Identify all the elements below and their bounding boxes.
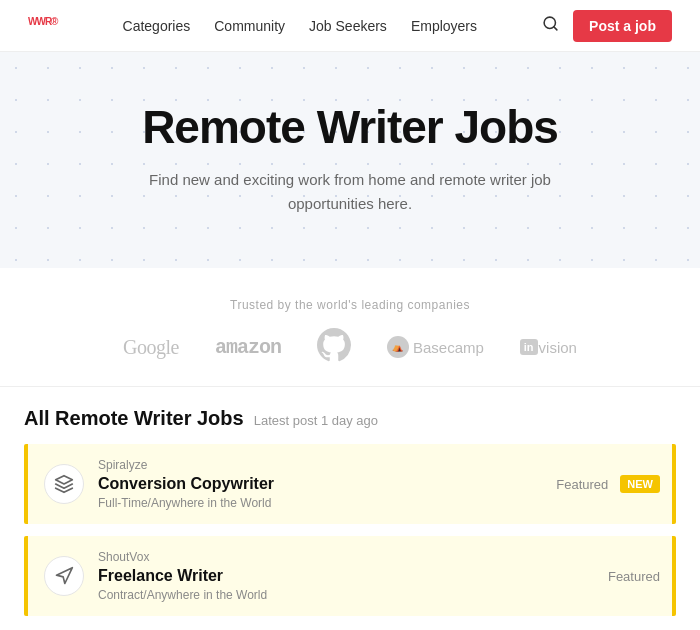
job-card[interactable]: ShoutVox Freelance Writer Contract/Anywh… [24,536,676,616]
job-company: ShoutVox [98,550,267,564]
post-job-button[interactable]: Post a job [573,10,672,42]
search-icon[interactable] [542,15,559,37]
hero-title: Remote Writer Jobs [20,100,680,154]
job-type: Contract/Anywhere in the World [98,588,267,602]
nav-job-seekers[interactable]: Job Seekers [309,18,387,34]
job-title: Conversion Copywriter [98,475,274,493]
job-info: ShoutVox Freelance Writer Contract/Anywh… [98,550,267,602]
basecamp-icon: ⛺ [387,336,409,358]
job-title: Freelance Writer [98,567,267,585]
trust-label: Trusted by the world's leading companies [20,298,680,312]
nav-right: Post a job [542,10,672,42]
trust-section: Trusted by the world's leading companies… [0,268,700,387]
navbar: WWR® Categories Community Job Seekers Em… [0,0,700,52]
card-border-right [672,444,676,524]
basecamp-text: Basecamp [413,339,484,356]
basecamp-logo: ⛺ Basecamp [387,336,484,358]
latest-post-label: Latest post 1 day ago [254,413,378,428]
google-logo: Google [123,336,179,359]
card-border-right [672,536,676,616]
featured-label: Featured [608,569,660,584]
hero-section: Remote Writer Jobs Find new and exciting… [0,52,700,268]
invision-logo: in vision [520,339,577,356]
job-card-left: Spiralyze Conversion Copywriter Full-Tim… [44,458,274,510]
hero-subtitle: Find new and exciting work from home and… [140,168,560,216]
nav-employers[interactable]: Employers [411,18,477,34]
nav-links: Categories Community Job Seekers Employe… [123,18,477,34]
jobs-section: All Remote Writer Jobs Latest post 1 day… [0,387,700,616]
nav-categories[interactable]: Categories [123,18,191,34]
site-logo[interactable]: WWR® [28,13,57,39]
job-card-right: Featured [608,569,660,584]
job-info: Spiralyze Conversion Copywriter Full-Tim… [98,458,274,510]
nav-community[interactable]: Community [214,18,285,34]
invision-text: vision [539,339,577,356]
job-card-right: Featured NEW [556,475,660,493]
svg-line-1 [554,26,557,29]
logo-text: WWR [28,15,51,26]
amazon-logo: amazon [215,336,281,359]
company-icon [44,556,84,596]
logo-sup: ® [51,15,57,26]
job-card[interactable]: Spiralyze Conversion Copywriter Full-Tim… [24,444,676,524]
new-badge: NEW [620,475,660,493]
featured-label: Featured [556,477,608,492]
jobs-header: All Remote Writer Jobs Latest post 1 day… [24,407,676,430]
trust-logos: Google amazon ⛺ Basecamp in vision [20,328,680,366]
invision-box: in [520,339,538,355]
company-icon [44,464,84,504]
jobs-heading: All Remote Writer Jobs [24,407,244,430]
github-logo [317,328,351,366]
job-type: Full-Time/Anywhere in the World [98,496,274,510]
job-company: Spiralyze [98,458,274,472]
svg-marker-2 [56,476,73,484]
job-card-left: ShoutVox Freelance Writer Contract/Anywh… [44,550,267,602]
